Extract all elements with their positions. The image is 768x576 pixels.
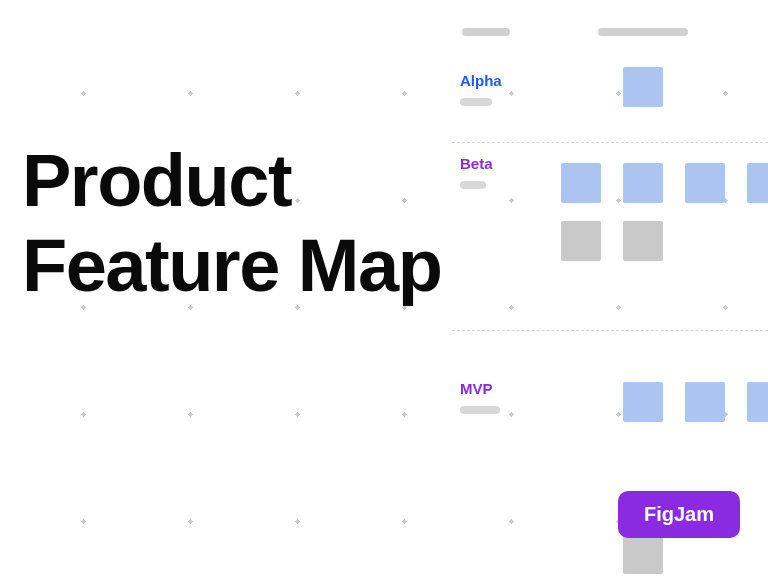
row-divider bbox=[452, 330, 768, 331]
column-header-bar bbox=[598, 28, 688, 36]
feature-card[interactable] bbox=[561, 163, 601, 203]
row-divider bbox=[452, 142, 768, 143]
page-title: Product Feature Map bbox=[22, 138, 441, 308]
feature-card[interactable] bbox=[747, 163, 768, 203]
feature-card[interactable] bbox=[623, 221, 663, 261]
feature-card[interactable] bbox=[623, 382, 663, 422]
feature-card[interactable] bbox=[747, 382, 768, 422]
column-header-bar bbox=[462, 28, 510, 36]
feature-card[interactable] bbox=[685, 382, 725, 422]
figjam-badge[interactable]: FigJam bbox=[618, 491, 740, 538]
title-line-1: Product bbox=[22, 139, 291, 222]
row-subtitle-bar bbox=[460, 406, 500, 414]
feature-card[interactable] bbox=[685, 163, 725, 203]
figjam-badge-label: FigJam bbox=[644, 503, 714, 525]
row-beta-label: Beta bbox=[460, 155, 493, 172]
row-mvp-label: MVP bbox=[460, 380, 493, 397]
feature-card[interactable] bbox=[623, 534, 663, 574]
feature-map-panel: Alpha Beta MVP bbox=[448, 0, 768, 576]
row-alpha-label: Alpha bbox=[460, 72, 502, 89]
row-subtitle-bar bbox=[460, 181, 486, 189]
title-line-2: Feature Map bbox=[22, 224, 441, 307]
feature-card[interactable] bbox=[561, 221, 601, 261]
feature-card[interactable] bbox=[623, 163, 663, 203]
row-subtitle-bar bbox=[460, 98, 492, 106]
feature-card[interactable] bbox=[623, 67, 663, 107]
